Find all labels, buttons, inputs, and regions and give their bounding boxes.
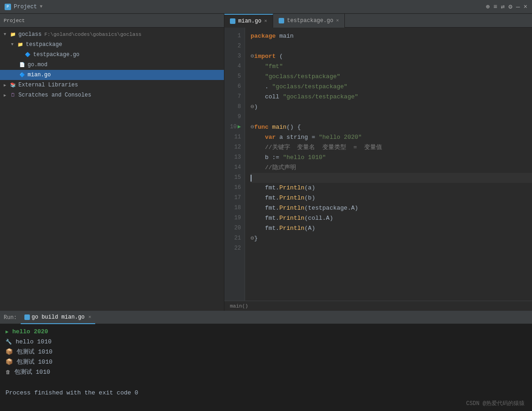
add-icon[interactable]: ⊕ xyxy=(486,3,489,11)
sidebar-item-label: External Libraries xyxy=(18,82,78,88)
string: "hello 1010" xyxy=(283,153,326,163)
go-file-icon: 🔷 xyxy=(18,72,26,78)
main-area: Project ▼ 📁 goclass F:\goland\codes\goba… xyxy=(0,14,532,311)
line-num-13: 13 xyxy=(224,153,245,163)
run-output: ▶ hello 2020 🔧 hello 1010 📦 包测试 1010 📦 包… xyxy=(0,324,532,401)
run-button[interactable]: ▶ xyxy=(238,123,241,131)
line-num-3: 3 xyxy=(224,51,245,62)
sidebar-item-mian-go[interactable]: 🔷 mian.go xyxy=(0,70,224,80)
code-line-21: ⊖} xyxy=(251,234,532,244)
code-line-2 xyxy=(251,41,532,51)
sidebar-item-label: Scratches and Consoles xyxy=(18,92,91,98)
tab-close-button[interactable]: × xyxy=(264,18,267,24)
title-bar: P Project ▼ ⊕ ≡ ⇄ ⚙ — × xyxy=(0,0,532,14)
code-line-10: ⊖func main() { xyxy=(251,122,532,132)
sidebar-item-go-mod[interactable]: 📄 go.mod xyxy=(0,60,224,70)
code-text: a xyxy=(276,133,286,143)
minimize-icon[interactable]: — xyxy=(516,3,520,11)
line-num-18: 18 xyxy=(224,203,245,213)
title-bar-actions: ⊕ ≡ ⇄ ⚙ — × xyxy=(486,3,527,11)
run-tab-label: go build mian.go xyxy=(32,314,85,320)
tab-run-build[interactable]: go build mian.go × xyxy=(21,311,95,324)
project-chevron[interactable]: ▼ xyxy=(40,4,42,9)
line-num-4: 4 xyxy=(224,62,245,72)
sidebar-item-label: go.mod xyxy=(28,62,47,68)
code-editor[interactable]: 1 2 3 4 5 6 7 8 9 10 ▶ 11 12 13 14 15 16 xyxy=(224,28,532,301)
code-text: coll xyxy=(251,92,283,102)
sidebar-item-label: testpackage.go xyxy=(33,51,80,58)
type-name: string xyxy=(286,133,308,143)
lib-icon: 📚 xyxy=(9,82,17,88)
run-tab-close[interactable]: × xyxy=(88,314,92,320)
close-icon[interactable]: × xyxy=(524,3,527,11)
fold-icon: ⊖ xyxy=(251,234,254,244)
folder-icon: 📁 xyxy=(17,41,24,48)
code-line-12: //关键字 变量名 变量类型 = 变量值 xyxy=(251,143,532,153)
sidebar-item-goclass[interactable]: ▼ 📁 goclass F:\goland\codes\gobasics\goc… xyxy=(0,29,224,40)
code-line-11: var a string = "hello 2020" xyxy=(251,132,532,143)
code-text: (a) xyxy=(304,183,315,193)
code-text: ( xyxy=(276,52,283,62)
breadcrumb-label[interactable]: main() xyxy=(230,303,248,309)
code-text: ) xyxy=(254,103,258,112)
code-line-13: b := "hello 1010" xyxy=(251,153,532,163)
line-num-21: 21 xyxy=(224,234,245,244)
output-line-7: Process finished with the exit code 0 xyxy=(6,388,526,398)
code-line-22 xyxy=(251,244,532,254)
project-label[interactable]: Project xyxy=(14,4,37,10)
line-num-9: 9 xyxy=(224,112,245,122)
sidebar-item-scratches[interactable]: ▶ 🗒 Scratches and Consoles xyxy=(0,90,224,100)
split-icon[interactable]: ⇄ xyxy=(501,3,504,11)
line-num-2: 2 xyxy=(224,41,245,51)
tab-label: testpackage.go xyxy=(287,17,333,24)
tab-go-icon xyxy=(279,18,284,23)
tab-testpackage-go[interactable]: testpackage.go × xyxy=(273,14,345,28)
line-num-8: 8 xyxy=(224,102,245,112)
package-icon: 📦 xyxy=(6,347,13,357)
tab-go-icon xyxy=(230,18,235,24)
settings-icon[interactable]: ⚙ xyxy=(509,3,512,11)
code-line-18: fmt.Println(testpackage.A) xyxy=(251,203,532,213)
tab-bar: mian.go × testpackage.go × xyxy=(224,14,532,28)
function-name: Println xyxy=(279,214,304,223)
chevron-icon: ▼ xyxy=(4,32,9,37)
code-text: fmt. xyxy=(251,194,279,203)
sidebar-item-label: testpackage xyxy=(26,41,62,48)
watermark: CSDN @热爱代码的猿猿 xyxy=(466,400,525,407)
output-line-6 xyxy=(6,377,526,388)
trash-icon: 🗑 xyxy=(6,368,11,377)
line-num-17: 17 xyxy=(224,193,245,203)
output-line-5: 🗑 包测试 1010 xyxy=(6,367,526,377)
package-icon: 📦 xyxy=(6,357,13,367)
output-text: 包测试 1010 xyxy=(14,367,50,377)
line-num-6: 6 xyxy=(224,82,245,92)
line-num-12: 12 xyxy=(224,143,245,153)
line-num-10: 10 ▶ xyxy=(224,122,245,132)
title-bar-left: P Project ▼ xyxy=(5,4,42,10)
code-lines[interactable]: package main ⊖import ( "fmt" "gocl xyxy=(245,28,532,301)
keyword: func xyxy=(254,123,269,132)
code-line-16: fmt.Println(a) xyxy=(251,183,532,193)
code-text: fmt. xyxy=(251,204,279,213)
tab-mian-go[interactable]: mian.go × xyxy=(224,14,273,28)
sidebar-item-testpackage-go[interactable]: 🔷 testpackage.go xyxy=(0,50,224,60)
run-tab-icon xyxy=(24,314,30,320)
fold-icon: ⊖ xyxy=(251,52,254,62)
sidebar-item-testpackage[interactable]: ▼ 📁 testpackage xyxy=(0,40,224,50)
fold-icon: ⊖ xyxy=(251,103,254,112)
mod-file-icon: 📄 xyxy=(18,62,26,68)
fold-icon: ⊖ xyxy=(251,123,254,132)
code-line-20: fmt.Println(A) xyxy=(251,223,532,234)
line-num-11: 11 xyxy=(224,132,245,143)
line-num-20: 20 xyxy=(224,223,245,234)
code-text: (b) xyxy=(304,194,315,203)
code-text xyxy=(251,62,265,72)
tab-close-button[interactable]: × xyxy=(336,18,339,23)
line-num-14: 14 xyxy=(224,163,245,173)
sidebar-item-external-libs[interactable]: ▶ 📚 External Libraries xyxy=(0,80,224,90)
code-text xyxy=(251,72,265,82)
sidebar-header: Project xyxy=(0,14,224,28)
list-icon[interactable]: ≡ xyxy=(493,3,497,11)
string: "hello 2020" xyxy=(319,133,362,143)
keyword: import xyxy=(254,52,276,62)
